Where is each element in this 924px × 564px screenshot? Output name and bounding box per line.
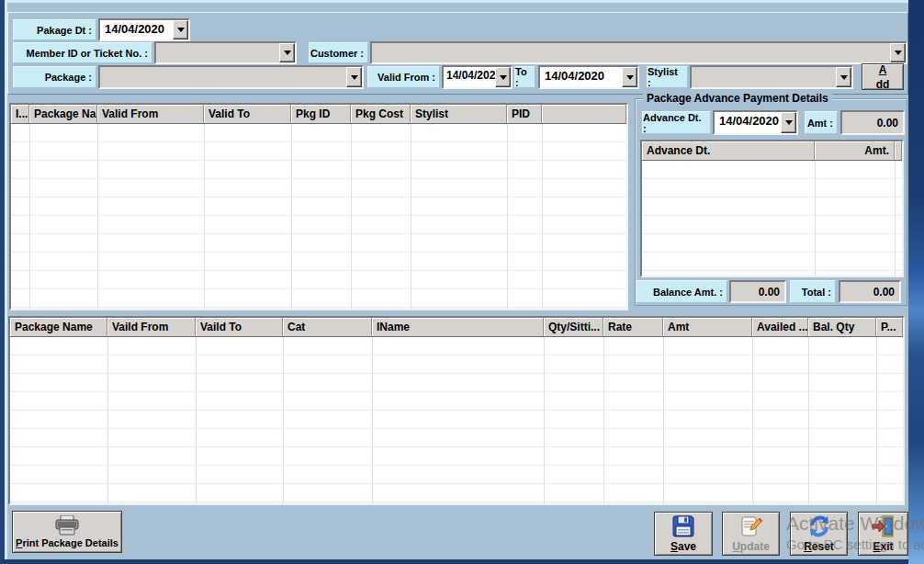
column-header[interactable]: Pkg Cost xyxy=(351,105,411,124)
circular-arrows-icon xyxy=(806,514,832,538)
column-header[interactable]: Qty/Sitti... xyxy=(544,318,603,337)
advance-grid: Advance Dt. Amt. xyxy=(640,140,904,277)
customer-value xyxy=(372,43,890,62)
save-button[interactable]: Save xyxy=(654,512,713,556)
customer-combobox[interactable] xyxy=(370,41,907,64)
valid-to-value: 14/04/2020 xyxy=(540,67,622,87)
column-header[interactable]: IName xyxy=(372,318,544,337)
update-button[interactable]: Update xyxy=(722,512,780,556)
column-header[interactable]: Valid To xyxy=(204,105,291,124)
balance-amt-label: Balance Amt. : xyxy=(636,280,727,303)
balance-amt-field: 0.00 xyxy=(729,280,786,303)
customer-label: Customer : xyxy=(309,42,368,63)
stylist-value xyxy=(692,67,836,87)
door-exit-icon xyxy=(872,514,896,538)
column-header-filler xyxy=(895,141,902,161)
package-dt-value: 14/04/2020 xyxy=(100,20,173,39)
total-field: 0.00 xyxy=(839,280,901,303)
valid-from-value: 14/04/2020 xyxy=(444,67,495,87)
package-value xyxy=(100,67,346,87)
chevron-down-icon[interactable] xyxy=(890,43,906,62)
package-dt-combobox[interactable]: 14/04/2020 xyxy=(98,18,190,41)
exit-button[interactable]: Exit xyxy=(858,512,908,556)
chevron-down-icon[interactable] xyxy=(495,67,511,87)
advance-dt-combobox[interactable]: 14/04/2020 xyxy=(713,110,798,135)
advance-dt-label: Advance Dt. : xyxy=(642,111,711,134)
update-button-label: Update xyxy=(732,540,770,553)
exit-button-label: Exit xyxy=(873,540,893,553)
chevron-down-icon[interactable] xyxy=(279,43,295,62)
column-header[interactable]: PID xyxy=(507,105,542,124)
chevron-down-icon[interactable] xyxy=(622,67,637,87)
reset-button[interactable]: Reset xyxy=(790,512,848,556)
app-window: Pakage Dt : 14/04/2020 Member ID or Tick… xyxy=(0,0,924,564)
chevron-down-icon[interactable] xyxy=(346,67,362,87)
member-id-label: Member ID or Ticket No. : xyxy=(13,42,152,63)
stylist-combobox[interactable] xyxy=(690,65,853,89)
advance-grid-body[interactable] xyxy=(642,161,902,276)
detail-grid-body[interactable] xyxy=(10,337,903,503)
column-header[interactable]: Availed ... xyxy=(752,318,808,337)
column-header-filler xyxy=(542,105,626,124)
print-button-label: Print Package Details xyxy=(16,537,118,548)
valid-to-combobox[interactable]: 14/04/2020 xyxy=(538,65,639,89)
package-label: Package : xyxy=(13,66,96,88)
chevron-down-icon[interactable] xyxy=(836,67,851,87)
package-grid: I... Package Na... Valid From Valid To P… xyxy=(9,103,628,310)
desktop-background-strip xyxy=(908,0,924,564)
column-header[interactable]: Amt. xyxy=(815,141,895,161)
column-header[interactable]: Amt xyxy=(663,318,752,337)
stylist-label: Stylist : xyxy=(647,66,688,88)
column-header[interactable]: Package Na... xyxy=(29,105,97,124)
window-bottom-border xyxy=(0,559,909,564)
detail-grid: Package Name Vaild From Vaild To Cat INa… xyxy=(8,316,905,505)
reset-button-label: Reset xyxy=(804,540,834,553)
advance-amt-label: Amt : xyxy=(805,111,838,134)
column-header[interactable]: I... xyxy=(11,105,29,124)
column-header[interactable]: Valid From xyxy=(97,105,204,124)
column-header[interactable]: P... xyxy=(876,318,903,337)
valid-from-combobox[interactable]: 14/04/2020 xyxy=(442,65,513,89)
advance-payment-title: Package Advance Payment Details xyxy=(643,92,832,105)
valid-from-label: Valid From : xyxy=(367,66,440,88)
chevron-down-icon[interactable] xyxy=(173,20,188,39)
package-grid-header: I... Package Na... Valid From Valid To P… xyxy=(11,105,626,124)
column-header[interactable]: Vaild To xyxy=(196,318,283,337)
column-header[interactable]: Advance Dt. xyxy=(642,141,815,161)
advance-dt-value: 14/04/2020 xyxy=(715,112,781,133)
package-dt-label: Pakage Dt : xyxy=(13,19,96,40)
chevron-down-icon[interactable] xyxy=(781,112,796,133)
floppy-disk-icon xyxy=(671,514,695,538)
package-grid-body[interactable] xyxy=(11,124,626,309)
advance-grid-header: Advance Dt. Amt. xyxy=(642,141,902,161)
detail-grid-header: Package Name Vaild From Vaild To Cat INa… xyxy=(10,318,903,337)
column-header[interactable]: Bal. Qty xyxy=(808,318,876,337)
notepad-pencil-icon xyxy=(739,514,763,538)
print-package-details-button[interactable]: Print Package Details xyxy=(12,511,122,553)
column-header[interactable]: Rate xyxy=(603,318,663,337)
column-header[interactable]: Cat xyxy=(283,318,372,337)
window-top-border xyxy=(0,0,909,3)
column-header[interactable]: Stylist xyxy=(411,105,507,124)
printer-icon xyxy=(54,515,80,536)
valid-to-label: To : xyxy=(514,66,535,88)
member-id-value xyxy=(156,43,279,62)
package-combobox[interactable] xyxy=(98,65,364,89)
advance-amt-field[interactable]: 0.00 xyxy=(840,110,905,135)
member-id-combobox[interactable] xyxy=(154,41,297,64)
column-header[interactable]: Pkg ID xyxy=(291,105,351,124)
save-button-label: Save xyxy=(670,540,696,553)
column-header[interactable]: Vaild From xyxy=(107,318,196,337)
add-button[interactable]: Add xyxy=(862,63,904,90)
total-label: Total : xyxy=(790,280,836,303)
column-header[interactable]: Package Name xyxy=(10,318,107,337)
